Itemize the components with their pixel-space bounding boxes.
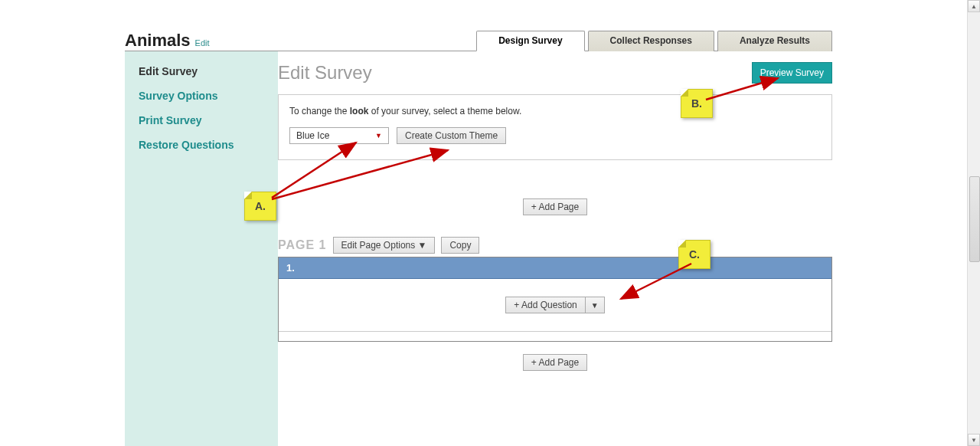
page-heading: Edit Survey [278,62,372,84]
copy-page-button[interactable]: Copy [441,237,479,254]
create-custom-theme-button[interactable]: Create Custom Theme [397,127,506,144]
page-block: PAGE 1 Edit Page Options ▼ Copy 1. + Add… [278,237,832,342]
annotation-note-b: B. [681,89,713,118]
question-number: 1. [286,262,295,274]
main-panel: Edit Survey Preview Survey To change the… [278,51,832,446]
add-page-row-top: + Add Page [278,198,832,215]
add-page-button-bottom[interactable]: + Add Page [523,354,587,371]
survey-title: Animals [125,31,191,51]
page-container-footer [279,332,831,341]
sidebar-item-edit-survey[interactable]: Edit Survey [139,65,267,77]
theme-instruction: To change the look of your survey, selec… [289,106,821,116]
body-row: Edit Survey Survey Options Print Survey … [125,51,832,446]
theme-row: Blue Ice ▼ Create Custom Theme [289,127,821,144]
scrollbar-thumb[interactable] [969,176,980,262]
question-header-bar: 1. [279,257,831,279]
theme-instruction-bold: look [350,106,369,116]
app-canvas: Animals Edit Design Survey Collect Respo… [0,0,980,446]
add-page-button-top[interactable]: + Add Page [523,198,587,215]
tab-design-survey[interactable]: Design Survey [476,31,584,51]
tab-collect-responses[interactable]: Collect Responses [588,31,714,51]
title-area: Animals Edit [125,31,210,51]
edit-page-options-button[interactable]: Edit Page Options ▼ [333,237,436,254]
page-label-row: PAGE 1 Edit Page Options ▼ Copy [278,237,832,254]
annotation-note-c: C. [678,240,710,269]
sidebar: Edit Survey Survey Options Print Survey … [125,51,278,446]
app-content: Animals Edit Design Survey Collect Respo… [125,31,832,446]
chevron-down-icon: ▼ [375,132,382,139]
scrollbar-up-button[interactable]: ▲ [968,0,980,12]
theme-instruction-post: of your survey, select a theme below. [368,106,521,116]
add-question-split-button: + Add Question ▼ [505,297,604,313]
theme-instruction-pre: To change the [289,106,350,116]
sidebar-item-print-survey[interactable]: Print Survey [139,114,267,126]
theme-select-value: Blue Ice [296,130,329,141]
theme-box: To change the look of your survey, selec… [278,94,832,160]
page-label: PAGE 1 [278,238,327,252]
add-page-row-bottom: + Add Page [278,354,832,371]
sidebar-item-restore-questions[interactable]: Restore Questions [139,139,267,151]
header-row: Animals Edit Design Survey Collect Respo… [125,31,832,51]
sidebar-item-survey-options[interactable]: Survey Options [139,90,267,102]
page-container: 1. + Add Question ▼ [278,257,832,342]
tab-bar: Design Survey Collect Responses Analyze … [476,30,832,51]
annotation-note-a: A. [244,192,276,221]
vertical-scrollbar[interactable]: ▲ ▼ [967,0,980,446]
edit-title-link[interactable]: Edit [195,38,210,48]
add-question-dropdown-button[interactable]: ▼ [585,297,605,313]
scrollbar-down-button[interactable]: ▼ [968,434,980,446]
page-header: Edit Survey Preview Survey [278,62,832,84]
add-question-button[interactable]: + Add Question [505,297,584,313]
question-body: + Add Question ▼ [279,279,831,332]
preview-survey-button[interactable]: Preview Survey [752,62,832,84]
tab-analyze-results[interactable]: Analyze Results [717,31,832,51]
theme-select[interactable]: Blue Ice ▼ [289,127,389,144]
